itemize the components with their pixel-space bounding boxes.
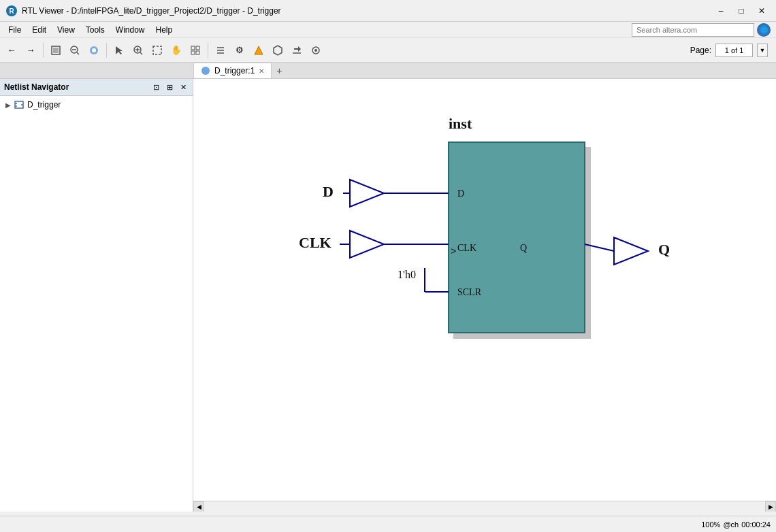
input-clk-label: CLK [299, 234, 332, 251]
zoom-in-button[interactable] [129, 41, 147, 59]
sidebar-header-icons: ⊡ ⊞ ✕ [150, 82, 189, 93]
scroll-track[interactable] [204, 501, 765, 512]
select-button[interactable] [110, 41, 128, 59]
sidebar-title: Netlist Navigator [4, 82, 69, 92]
svg-marker-22 [274, 46, 282, 55]
sidebar-float-button[interactable]: ⊞ [164, 82, 175, 93]
scroll-right-button[interactable]: ▶ [765, 501, 776, 512]
svg-rect-3 [53, 48, 59, 53]
buffer-d-input [350, 180, 384, 207]
buffer-q-output [614, 237, 648, 265]
settings-button[interactable]: ⚙ [231, 41, 248, 59]
svg-line-5 [77, 52, 79, 54]
page-label: Page: [690, 46, 711, 55]
toolbar: ← → ✋ ⚙ Page: ▼ [0, 38, 776, 63]
svg-point-25 [314, 49, 317, 52]
tab-close-button[interactable]: ✕ [259, 67, 264, 75]
zoom-fit-button[interactable] [47, 41, 65, 59]
highlight-button[interactable] [250, 41, 268, 59]
search-input[interactable] [632, 23, 754, 37]
tree-item-d-trigger[interactable]: ▶ D_trigger [3, 99, 190, 111]
output-q-label: Q [658, 241, 670, 258]
maximize-button[interactable]: □ [732, 4, 750, 18]
menu-file[interactable]: File [3, 24, 27, 36]
page-dropdown-button[interactable]: ▼ [757, 44, 768, 57]
buffer-clk-input [350, 231, 384, 258]
input-d-label: D [323, 183, 334, 200]
tab-label: D_trigger:1 [214, 66, 255, 76]
window-controls: – □ ✕ [712, 4, 771, 18]
forward-button[interactable]: → [22, 41, 39, 59]
add-tab-button[interactable]: + [272, 63, 287, 78]
export-button[interactable] [288, 41, 306, 59]
select-rect-button[interactable] [148, 41, 166, 59]
menu-edit[interactable]: Edit [27, 24, 52, 36]
toolbar-separator-2 [106, 43, 107, 58]
sidebar-close-button[interactable]: ✕ [178, 82, 189, 93]
app-icon: R [5, 5, 18, 17]
block-port-q-label: Q [520, 243, 527, 253]
toolbar-separator-3 [208, 43, 208, 58]
sidebar-pin-button[interactable]: ⊡ [150, 82, 161, 93]
pin-button[interactable] [307, 41, 325, 59]
svg-rect-14 [191, 46, 195, 50]
svg-point-26 [201, 67, 210, 75]
tabs-bar: D_trigger:1 ✕ + [0, 63, 776, 79]
bookmark-button[interactable] [85, 41, 103, 59]
constant-label: 1'h0 [398, 269, 416, 280]
scroll-left-button[interactable]: ◀ [193, 501, 204, 512]
menu-tools[interactable]: Tools [80, 24, 110, 36]
list-button[interactable] [212, 41, 229, 59]
menu-view[interactable]: View [52, 24, 80, 36]
menu-help[interactable]: Help [150, 24, 178, 36]
tab-d-trigger[interactable]: D_trigger:1 ✕ [193, 63, 272, 78]
sidebar-header: Netlist Navigator ⊡ ⊞ ✕ [0, 79, 193, 96]
status-time: 00:00:24 [741, 520, 771, 529]
back-button[interactable]: ← [3, 41, 20, 59]
tree-node-label: D_trigger [27, 100, 61, 110]
svg-rect-13 [153, 46, 161, 54]
grid-button[interactable] [187, 41, 204, 59]
svg-text:R: R [9, 7, 14, 15]
tree-arrow: ▶ [5, 101, 11, 109]
sidebar-content: ▶ D_trigger [0, 96, 193, 512]
svg-rect-16 [191, 51, 195, 54]
tab-icon [201, 66, 210, 76]
svg-rect-17 [196, 51, 199, 54]
main-block [449, 142, 585, 333]
statusbar: 100% @ch 00:00:24 [0, 516, 776, 532]
page-input[interactable] [715, 44, 753, 57]
block-port-sclr-label: SCLR [457, 287, 482, 297]
zoom-out-button[interactable] [66, 41, 84, 59]
svg-point-8 [92, 48, 96, 52]
close-button[interactable]: ✕ [753, 4, 771, 18]
minimize-button[interactable]: – [712, 4, 730, 18]
inst-label: inst [449, 115, 472, 132]
pan-button[interactable]: ✋ [167, 41, 185, 59]
status-zoom: 100% [701, 520, 720, 529]
menu-window[interactable]: Window [110, 24, 150, 36]
globe-icon: 🌐 [757, 23, 771, 37]
svg-line-10 [140, 52, 142, 54]
block-port-clk-label: CLK [457, 243, 476, 253]
clk-arrow-symbol: > [451, 246, 456, 256]
svg-rect-15 [196, 46, 199, 50]
module-icon [14, 100, 25, 110]
toolbar-separator-1 [43, 43, 44, 58]
horizontal-scrollbar[interactable]: ◀ ▶ [193, 501, 776, 512]
hex-button[interactable] [269, 41, 287, 59]
rtl-diagram: inst D CLK Q SCLR > [193, 79, 776, 512]
window-title: RTL Viewer - D:/intelFPGA_lite/D_trigger… [22, 6, 712, 16]
menubar: File Edit View Tools Window Help 🌐 [0, 22, 776, 38]
main-layout: Netlist Navigator ⊡ ⊞ ✕ ▶ D_trigger [0, 79, 776, 512]
svg-marker-21 [255, 46, 263, 54]
block-port-d-label: D [457, 188, 464, 199]
canvas-area[interactable]: inst D CLK Q SCLR > [193, 79, 776, 512]
titlebar: R RTL Viewer - D:/intelFPGA_lite/D_trigg… [0, 0, 776, 22]
status-coords: @ch [723, 520, 739, 529]
sidebar: Netlist Navigator ⊡ ⊞ ✕ ▶ D_trigger [0, 79, 193, 512]
